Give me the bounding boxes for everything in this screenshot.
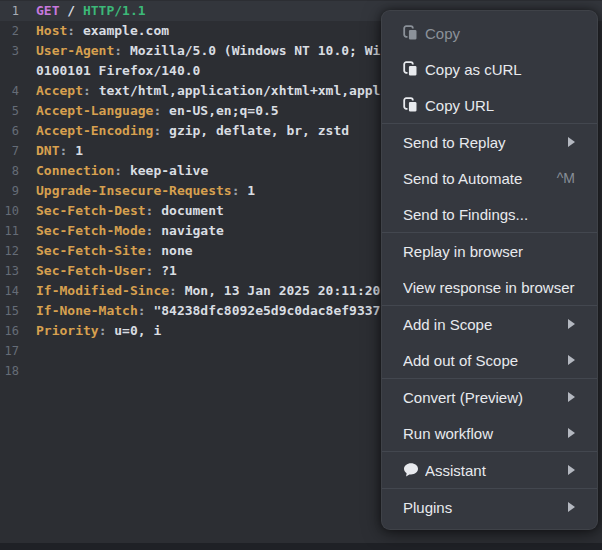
submenu-arrow-icon [568, 465, 575, 475]
menu-item-add-in-scope[interactable]: Add in Scope [382, 306, 597, 342]
submenu-arrow-icon [568, 392, 575, 402]
line-number: 4 [0, 81, 19, 101]
menu-item-label: Copy URL [425, 97, 575, 114]
line-number: 14 [0, 281, 19, 301]
menu-item-add-out-of-scope[interactable]: Add out of Scope [382, 342, 597, 378]
line-number: 5 [0, 101, 19, 121]
token-name: Upgrade-Insecure-Requests [36, 183, 232, 198]
token-plain: u=0, i [114, 323, 161, 338]
token-name: Accept-Encoding [36, 123, 153, 138]
token-plain: example.com [83, 23, 169, 38]
line-number: 9 [0, 181, 19, 201]
line-number: 13 [0, 261, 19, 281]
token-method: GET [36, 3, 59, 18]
token-plain: document [161, 203, 224, 218]
menu-item-label: Send to Replay [403, 134, 560, 151]
menu-item-assistant[interactable]: Assistant [382, 452, 597, 488]
token-name: Sec-Fetch-Mode [36, 223, 146, 238]
token-plain: / [59, 3, 82, 18]
menu-item-replay-in-browser[interactable]: Replay in browser [382, 233, 597, 269]
token-version: HTTP/1.1 [83, 3, 146, 18]
menu-item-label: Run workflow [403, 425, 560, 442]
menu-item-run-workflow[interactable]: Run workflow [382, 415, 597, 451]
token-name: User-Agent [36, 43, 114, 58]
token-punct: : [59, 143, 75, 158]
copy-icon-wrap [403, 97, 419, 114]
line-number: 7 [0, 141, 19, 161]
line-number: 8 [0, 161, 19, 181]
menu-item-label: Add in Scope [403, 316, 560, 333]
menu-item-label: Plugins [403, 499, 560, 516]
menu-item-label: Add out of Scope [403, 352, 560, 369]
menu-item-label: Copy as cURL [425, 61, 575, 78]
token-name: Connection [36, 163, 114, 178]
line-number: 15 [0, 301, 19, 321]
line-number: 2 [0, 21, 19, 41]
copy-icon-wrap [403, 61, 419, 78]
token-plain: en-US,en;q=0.5 [169, 103, 279, 118]
menu-item-copy-url[interactable]: Copy URL [382, 87, 597, 123]
token-punct: : [146, 203, 162, 218]
token-punct: : [232, 183, 248, 198]
assistant-icon-wrap [403, 462, 419, 479]
menu-item-copy-as-curl[interactable]: Copy as cURL [382, 51, 597, 87]
token-plain: 1 [247, 183, 255, 198]
token-punct: : [146, 243, 162, 258]
menu-item-label: Convert (Preview) [403, 389, 560, 406]
submenu-arrow-icon [568, 502, 575, 512]
token-name: Accept [36, 83, 83, 98]
token-punct: : [67, 23, 83, 38]
token-plain: "84238dfc8092e5d9c0dac8ef9337 [153, 303, 380, 318]
assistant-chat-icon [403, 462, 419, 478]
line-number: 11 [0, 221, 19, 241]
menu-item-convert-preview[interactable]: Convert (Preview) [382, 379, 597, 415]
token-name: Sec-Fetch-Site [36, 243, 146, 258]
token-plain: 0100101 Firefox/140.0 [36, 63, 200, 78]
menu-item-send-to-automate[interactable]: Send to Automate^M [382, 160, 597, 196]
token-punct: : [83, 83, 99, 98]
menu-item-label: Send to Automate [403, 170, 549, 187]
token-plain: gzip, deflate, br, zstd [169, 123, 349, 138]
token-punct: : [138, 303, 154, 318]
token-plain: none [161, 243, 192, 258]
menu-item-copy[interactable]: Copy [382, 15, 597, 51]
copy-icon [403, 25, 419, 42]
line-number: 3 [0, 41, 19, 61]
menu-item-plugins[interactable]: Plugins [382, 489, 597, 525]
bottom-edge [0, 543, 602, 550]
copy-icon [403, 61, 419, 78]
token-name: Accept-Language [36, 103, 153, 118]
submenu-arrow-icon [568, 355, 575, 365]
line-number: 12 [0, 241, 19, 261]
token-name: If-None-Match [36, 303, 138, 318]
menu-item-send-to-replay[interactable]: Send to Replay [382, 124, 597, 160]
token-punct: : [146, 263, 162, 278]
menu-item-label: Copy [425, 25, 575, 42]
menu-item-label: Assistant [425, 462, 560, 479]
line-number: 1 [0, 1, 19, 21]
line-number: 18 [0, 361, 19, 381]
token-plain: 1 [75, 143, 83, 158]
copy-icon [403, 97, 419, 114]
token-name: Sec-Fetch-User [36, 263, 146, 278]
submenu-arrow-icon [568, 428, 575, 438]
line-number: 17 [0, 341, 19, 361]
context-menu: CopyCopy as cURLCopy URLSend to ReplaySe… [381, 10, 598, 530]
token-name: Host [36, 23, 67, 38]
token-name: DNT [36, 143, 59, 158]
submenu-arrow-icon [568, 137, 575, 147]
token-name: Priority [36, 323, 99, 338]
line-number: 6 [0, 121, 19, 141]
token-punct: : [153, 103, 169, 118]
token-punct: : [114, 163, 130, 178]
line-number: 16 [0, 321, 19, 341]
submenu-arrow-icon [568, 319, 575, 329]
token-punct: : [169, 283, 185, 298]
token-plain: keep-alive [130, 163, 208, 178]
menu-item-label: Replay in browser [403, 243, 575, 260]
menu-item-view-response-in-browser[interactable]: View response in browser [382, 269, 597, 305]
menu-item-label: View response in browser [403, 279, 575, 296]
token-plain: Mon, 13 Jan 2025 20:11:20 [185, 283, 381, 298]
token-name: Sec-Fetch-Dest [36, 203, 146, 218]
menu-item-send-to-findings[interactable]: Send to Findings... [382, 196, 597, 232]
